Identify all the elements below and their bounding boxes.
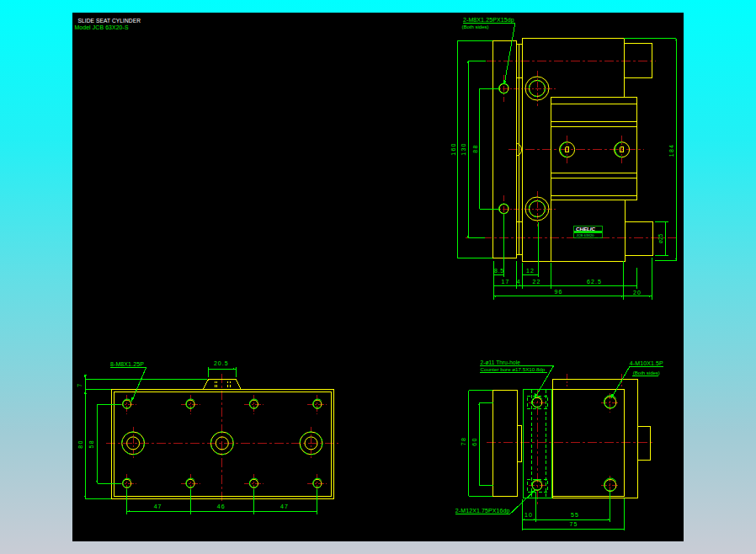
svg-text:62.5: 62.5	[587, 279, 602, 285]
svg-text:12: 12	[526, 268, 535, 274]
svg-text:47: 47	[280, 503, 289, 509]
svg-text:7: 7	[77, 383, 83, 387]
svg-text:96: 96	[555, 289, 563, 295]
svg-text:22: 22	[533, 279, 541, 285]
svg-text:2-M8X1.25PX15dp: 2-M8X1.25PX15dp	[463, 17, 514, 24]
svg-text:160: 160	[450, 142, 456, 156]
svg-text:20: 20	[633, 290, 642, 296]
svg-text:8-M8X1.25P: 8-M8X1.25P	[110, 361, 144, 367]
svg-text:60: 60	[471, 437, 477, 445]
svg-text:8.5: 8.5	[494, 268, 504, 274]
svg-text:20.5: 20.5	[214, 360, 229, 366]
svg-text:10: 10	[524, 512, 533, 518]
svg-text:CHELIC: CHELIC	[576, 226, 596, 232]
svg-text:184: 184	[668, 144, 674, 157]
svg-text:47: 47	[154, 503, 162, 509]
svg-text:75: 75	[570, 521, 578, 527]
svg-text:(Both sides): (Both sides)	[633, 370, 660, 376]
svg-text:SLIDE SEAT CYLINDER: SLIDE SEAT CYLINDER	[78, 18, 141, 24]
svg-text:Counter bore ø17.5X10.8dp: Counter bore ø17.5X10.8dp	[481, 366, 546, 372]
svg-text:(Both sides): (Both sides)	[462, 24, 489, 29]
svg-text:78: 78	[461, 437, 466, 445]
svg-text:130: 130	[461, 142, 466, 156]
svg-text:46: 46	[217, 503, 226, 509]
svg-text:4-M10X1.5P: 4-M10X1.5P	[630, 360, 663, 366]
svg-text:55: 55	[571, 512, 579, 518]
svg-text:Model JCB 63X20-S: Model JCB 63X20-S	[75, 24, 129, 30]
svg-text:ø25: ø25	[658, 233, 663, 243]
svg-text:17: 17	[502, 279, 510, 285]
svg-text:58: 58	[89, 439, 95, 448]
svg-text:88: 88	[472, 144, 478, 152]
svg-text:2-ø11 Thru-hole: 2-ø11 Thru-hole	[481, 360, 521, 365]
svg-text:JCB 63X20: JCB 63X20	[577, 233, 595, 237]
svg-text:2-M12X1.75PX16dp: 2-M12X1.75PX16dp	[455, 508, 510, 514]
svg-text:4: 4	[517, 279, 520, 285]
svg-text:80: 80	[77, 439, 83, 448]
